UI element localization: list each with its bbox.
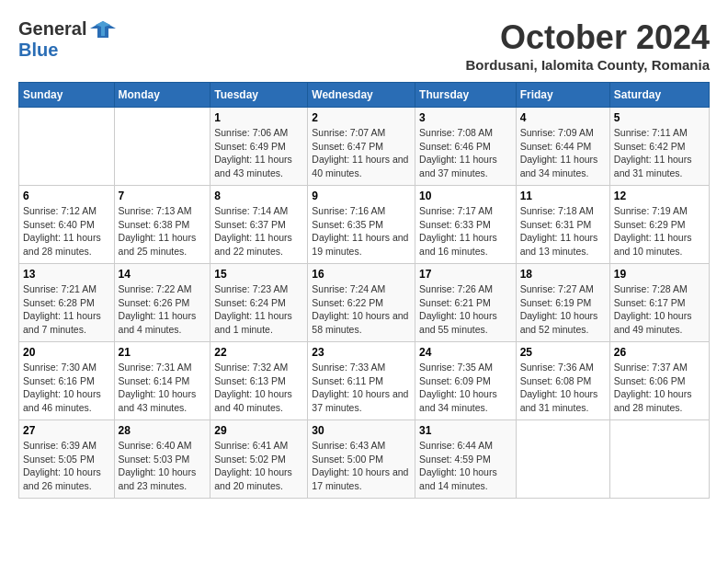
day-info: Sunrise: 7:22 AM Sunset: 6:26 PM Dayligh… (119, 282, 207, 337)
day-number: 20 (23, 346, 110, 359)
weekday-header-sunday: Sunday (19, 83, 115, 108)
day-info: Sunrise: 7:14 AM Sunset: 6:37 PM Dayligh… (214, 204, 303, 259)
calendar-cell: 10Sunrise: 7:17 AM Sunset: 6:33 PM Dayli… (415, 186, 517, 264)
day-info: Sunrise: 7:35 AM Sunset: 6:09 PM Dayligh… (419, 361, 512, 415)
day-number: 7 (119, 190, 207, 202)
calendar-body: 1Sunrise: 7:06 AM Sunset: 6:49 PM Daylig… (19, 108, 710, 499)
calendar-cell (114, 108, 210, 186)
calendar-cell: 30Sunrise: 6:43 AM Sunset: 5:00 PM Dayli… (308, 420, 415, 499)
weekday-header-wednesday: Wednesday (308, 83, 415, 108)
calendar-cell: 2Sunrise: 7:07 AM Sunset: 6:47 PM Daylig… (308, 108, 415, 186)
calendar-table: SundayMondayTuesdayWednesdayThursdayFrid… (18, 82, 710, 499)
calendar-cell: 9Sunrise: 7:16 AM Sunset: 6:35 PM Daylig… (308, 186, 415, 264)
day-number: 1 (214, 111, 303, 124)
day-info: Sunrise: 7:30 AM Sunset: 6:16 PM Dayligh… (23, 361, 110, 415)
day-number: 5 (614, 111, 705, 124)
calendar-cell: 26Sunrise: 7:37 AM Sunset: 6:06 PM Dayli… (609, 342, 709, 420)
title-block: October 2024 Bordusani, Ialomita County,… (465, 18, 710, 73)
day-info: Sunrise: 7:26 AM Sunset: 6:21 PM Dayligh… (419, 282, 512, 337)
day-info: Sunrise: 7:24 AM Sunset: 6:22 PM Dayligh… (312, 282, 411, 337)
day-info: Sunrise: 7:19 AM Sunset: 6:29 PM Dayligh… (614, 204, 705, 259)
logo: General Blue (18, 18, 116, 61)
calendar-cell: 13Sunrise: 7:21 AM Sunset: 6:28 PM Dayli… (19, 264, 115, 342)
day-info: Sunrise: 7:33 AM Sunset: 6:11 PM Dayligh… (312, 361, 411, 415)
calendar-cell: 15Sunrise: 7:23 AM Sunset: 6:24 PM Dayli… (210, 264, 308, 342)
calendar-cell: 3Sunrise: 7:08 AM Sunset: 6:46 PM Daylig… (415, 108, 517, 186)
weekday-header-thursday: Thursday (415, 83, 517, 108)
day-info: Sunrise: 7:37 AM Sunset: 6:06 PM Dayligh… (614, 361, 705, 415)
location: Bordusani, Ialomita County, Romania (465, 57, 710, 73)
calendar-cell: 12Sunrise: 7:19 AM Sunset: 6:29 PM Dayli… (609, 186, 709, 264)
calendar-cell: 5Sunrise: 7:11 AM Sunset: 6:42 PM Daylig… (609, 108, 709, 186)
weekday-header-monday: Monday (114, 83, 210, 108)
day-info: Sunrise: 7:06 AM Sunset: 6:49 PM Dayligh… (214, 126, 303, 180)
month-title: October 2024 (465, 18, 710, 57)
day-info: Sunrise: 7:13 AM Sunset: 6:38 PM Dayligh… (119, 204, 207, 259)
day-info: Sunrise: 6:43 AM Sunset: 5:00 PM Dayligh… (312, 439, 411, 493)
calendar-cell: 20Sunrise: 7:30 AM Sunset: 6:16 PM Dayli… (19, 342, 115, 420)
page-header: General Blue October 2024 Bordusani, Ial… (18, 18, 710, 73)
calendar-cell: 28Sunrise: 6:40 AM Sunset: 5:03 PM Dayli… (114, 420, 210, 499)
calendar-cell: 27Sunrise: 6:39 AM Sunset: 5:05 PM Dayli… (19, 420, 115, 499)
day-number: 21 (119, 346, 207, 359)
day-number: 13 (23, 268, 110, 281)
day-info: Sunrise: 7:09 AM Sunset: 6:44 PM Dayligh… (520, 126, 606, 180)
calendar-cell: 11Sunrise: 7:18 AM Sunset: 6:31 PM Dayli… (516, 186, 609, 264)
calendar-cell: 25Sunrise: 7:36 AM Sunset: 6:08 PM Dayli… (516, 342, 609, 420)
day-number: 11 (520, 190, 606, 202)
day-number: 24 (419, 346, 512, 359)
day-info: Sunrise: 7:11 AM Sunset: 6:42 PM Dayligh… (614, 126, 705, 180)
day-info: Sunrise: 7:08 AM Sunset: 6:46 PM Dayligh… (419, 126, 512, 180)
weekday-header-tuesday: Tuesday (210, 83, 308, 108)
day-number: 17 (419, 268, 512, 281)
calendar-cell: 19Sunrise: 7:28 AM Sunset: 6:17 PM Dayli… (609, 264, 709, 342)
calendar-cell: 1Sunrise: 7:06 AM Sunset: 6:49 PM Daylig… (210, 108, 308, 186)
calendar-cell: 8Sunrise: 7:14 AM Sunset: 6:37 PM Daylig… (210, 186, 308, 264)
day-info: Sunrise: 7:21 AM Sunset: 6:28 PM Dayligh… (23, 282, 110, 337)
day-number: 18 (520, 268, 606, 281)
day-number: 8 (214, 190, 303, 202)
day-info: Sunrise: 6:39 AM Sunset: 5:05 PM Dayligh… (23, 439, 110, 493)
day-info: Sunrise: 7:16 AM Sunset: 6:35 PM Dayligh… (312, 204, 411, 259)
logo-general: General (18, 18, 86, 40)
weekday-header-friday: Friday (516, 83, 609, 108)
calendar-cell: 31Sunrise: 6:44 AM Sunset: 4:59 PM Dayli… (415, 420, 517, 499)
day-info: Sunrise: 7:36 AM Sunset: 6:08 PM Dayligh… (520, 361, 606, 415)
logo-bird-icon (90, 19, 116, 40)
day-number: 6 (23, 190, 110, 202)
calendar-cell: 4Sunrise: 7:09 AM Sunset: 6:44 PM Daylig… (516, 108, 609, 186)
day-number: 30 (312, 424, 411, 437)
day-number: 14 (119, 268, 207, 281)
calendar-cell: 21Sunrise: 7:31 AM Sunset: 6:14 PM Dayli… (114, 342, 210, 420)
calendar-cell (19, 108, 115, 186)
calendar-week-row: 13Sunrise: 7:21 AM Sunset: 6:28 PM Dayli… (19, 264, 710, 342)
logo-blue: Blue (18, 40, 58, 60)
day-number: 28 (119, 424, 207, 437)
calendar-cell: 14Sunrise: 7:22 AM Sunset: 6:26 PM Dayli… (114, 264, 210, 342)
day-info: Sunrise: 7:07 AM Sunset: 6:47 PM Dayligh… (312, 126, 411, 180)
calendar-cell: 7Sunrise: 7:13 AM Sunset: 6:38 PM Daylig… (114, 186, 210, 264)
calendar-cell: 16Sunrise: 7:24 AM Sunset: 6:22 PM Dayli… (308, 264, 415, 342)
day-number: 15 (214, 268, 303, 281)
day-number: 26 (614, 346, 705, 359)
day-number: 3 (419, 111, 512, 124)
day-info: Sunrise: 7:28 AM Sunset: 6:17 PM Dayligh… (614, 282, 705, 337)
calendar-week-row: 1Sunrise: 7:06 AM Sunset: 6:49 PM Daylig… (19, 108, 710, 186)
day-number: 25 (520, 346, 606, 359)
calendar-cell: 29Sunrise: 6:41 AM Sunset: 5:02 PM Dayli… (210, 420, 308, 499)
day-number: 12 (614, 190, 705, 202)
day-number: 2 (312, 111, 411, 124)
day-info: Sunrise: 7:18 AM Sunset: 6:31 PM Dayligh… (520, 204, 606, 259)
calendar-cell (516, 420, 609, 499)
calendar-cell: 6Sunrise: 7:12 AM Sunset: 6:40 PM Daylig… (19, 186, 115, 264)
calendar-cell: 22Sunrise: 7:32 AM Sunset: 6:13 PM Dayli… (210, 342, 308, 420)
day-number: 23 (312, 346, 411, 359)
day-number: 29 (214, 424, 303, 437)
day-number: 10 (419, 190, 512, 202)
weekday-header-row: SundayMondayTuesdayWednesdayThursdayFrid… (19, 83, 710, 108)
day-info: Sunrise: 6:41 AM Sunset: 5:02 PM Dayligh… (214, 439, 303, 493)
day-number: 27 (23, 424, 110, 437)
day-info: Sunrise: 7:27 AM Sunset: 6:19 PM Dayligh… (520, 282, 606, 337)
calendar-week-row: 20Sunrise: 7:30 AM Sunset: 6:16 PM Dayli… (19, 342, 710, 420)
day-number: 16 (312, 268, 411, 281)
